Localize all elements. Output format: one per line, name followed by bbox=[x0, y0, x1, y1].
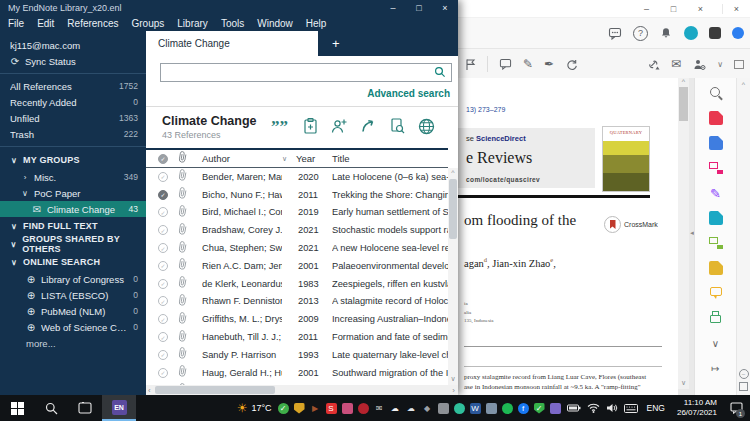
edit-pdf-icon[interactable] bbox=[709, 161, 723, 175]
export-arrow-icon[interactable] bbox=[358, 116, 378, 136]
online-search-item[interactable]: ⊕ LISTA (EBSCO) 0 bbox=[0, 287, 146, 303]
reference-row[interactable]: ✓ Hanebuth, Till J. J.; Voris, ... 2011 … bbox=[146, 328, 448, 346]
export-doc-icon[interactable] bbox=[709, 211, 723, 225]
collapse-panel-icon[interactable]: ↦ bbox=[709, 361, 723, 375]
quote-citation-icon[interactable]: ”” bbox=[271, 116, 291, 136]
menu-item[interactable]: Library bbox=[177, 18, 208, 29]
email-icon[interactable]: ✉ bbox=[671, 57, 681, 71]
acrobat-minimize-button[interactable]: – bbox=[633, 4, 660, 14]
share-link-icon[interactable] bbox=[646, 58, 660, 71]
search-icon[interactable] bbox=[434, 64, 446, 82]
read-status-icon[interactable]: ✓ bbox=[158, 296, 168, 306]
search-box[interactable] bbox=[160, 63, 452, 82]
close-button[interactable]: × bbox=[432, 0, 458, 16]
chat-app-icon[interactable] bbox=[454, 403, 465, 414]
read-status-icon[interactable]: ✓ bbox=[158, 261, 168, 271]
scroll-left-icon[interactable]: ‹ bbox=[146, 386, 153, 395]
menu-item[interactable]: Window bbox=[257, 18, 293, 29]
info-blue-icon[interactable] bbox=[732, 27, 744, 39]
menu-item[interactable]: Help bbox=[306, 18, 327, 29]
reference-row[interactable]: ✓ Bicho, Nuno F.; Haws, Jo... 2011 Trekk… bbox=[146, 186, 448, 204]
touch-keyboard-icon[interactable] bbox=[624, 404, 638, 413]
reference-row[interactable]: ✓ Bender, Maren; Mann, Th... 2020 Late H… bbox=[146, 168, 448, 186]
adobe-red-icon[interactable] bbox=[358, 403, 369, 414]
facebook-icon[interactable]: f bbox=[518, 403, 529, 414]
reference-row[interactable]: ✓ Rhawn F. Denniston; Karl... 2013 A sta… bbox=[146, 293, 448, 311]
reference-row[interactable]: ✓ Griffiths, M. L.; Drysdale, ... 2009 I… bbox=[146, 310, 448, 328]
background-window-close-button[interactable]: × bbox=[722, 4, 750, 14]
pdf-scrollbar-thumb[interactable] bbox=[679, 87, 688, 121]
sidebar-group-item[interactable]: ∨ PoC Paper bbox=[0, 185, 146, 201]
globe-icon[interactable] bbox=[416, 116, 436, 136]
sidebar-group-item[interactable]: › Misc. 349 bbox=[0, 169, 146, 185]
security-shield-icon[interactable]: ✓ bbox=[534, 403, 545, 414]
wifi-icon[interactable] bbox=[587, 403, 600, 413]
scroll-down-icon[interactable]: ∨ bbox=[681, 379, 686, 387]
language-indicator[interactable]: ENG bbox=[644, 403, 668, 413]
start-button[interactable] bbox=[0, 395, 34, 421]
notifications-bell-icon[interactable] bbox=[659, 26, 673, 40]
pdf-scrollbar[interactable]: ^ ∨ bbox=[678, 78, 689, 389]
spotify-icon[interactable] bbox=[502, 403, 513, 414]
menu-item[interactable]: File bbox=[8, 18, 24, 29]
menu-item[interactable]: Tools bbox=[221, 18, 244, 29]
bookmark-flag-icon[interactable] bbox=[464, 58, 476, 71]
clock[interactable]: 11:10 AM 26/07/2021 bbox=[674, 398, 720, 417]
creative-app-icon[interactable] bbox=[342, 403, 353, 414]
sidebar-library-item[interactable]: Recently Added 0 bbox=[0, 94, 146, 110]
list-vertical-scrollbar[interactable]: ^ ∨ bbox=[448, 168, 458, 385]
search-tools-icon[interactable] bbox=[709, 86, 723, 100]
more-tools-chevron-icon[interactable]: ∨ bbox=[709, 336, 723, 350]
reference-row[interactable]: ✓ Chua, Stephen; Switzer, ... 2021 A new… bbox=[146, 239, 448, 257]
comment-tool-icon[interactable] bbox=[709, 286, 723, 300]
acrobat-close-button[interactable]: × bbox=[687, 4, 714, 14]
online-search-header[interactable]: ∨ ONLINE SEARCH bbox=[0, 253, 146, 271]
taskbar-search-icon[interactable] bbox=[34, 395, 68, 421]
online-search-item[interactable]: ⊕ Web of Science Core Coll... 0 bbox=[0, 319, 146, 335]
list-scroll-down-icon[interactable]: ∨ bbox=[450, 375, 455, 383]
acrobat-maximize-button[interactable]: □ bbox=[660, 4, 687, 14]
online-search-item[interactable]: ⊕ Library of Congress 0 bbox=[0, 271, 146, 287]
read-status-icon[interactable]: ✓ bbox=[158, 350, 168, 360]
organize-pages-icon[interactable] bbox=[709, 261, 723, 275]
rust-arrow-icon[interactable]: ▶ bbox=[310, 403, 321, 414]
my-groups-header[interactable]: ∨ MY GROUPS bbox=[0, 151, 146, 169]
list-scroll-up-icon[interactable]: ^ bbox=[451, 169, 454, 176]
battery-icon[interactable] bbox=[567, 404, 581, 412]
attachment-column-icon[interactable] bbox=[178, 151, 202, 166]
purple-window-icon[interactable] bbox=[550, 403, 561, 414]
read-status-column-icon[interactable]: ✓ bbox=[158, 154, 168, 164]
fit-page-icon[interactable] bbox=[739, 382, 748, 391]
app-dark-icon[interactable] bbox=[709, 27, 721, 39]
share-person-icon[interactable] bbox=[329, 116, 349, 136]
clipboard-add-icon[interactable] bbox=[300, 116, 320, 136]
find-full-text-header[interactable]: ∨ FIND FULL TEXT bbox=[0, 217, 146, 235]
annotate-pencil-icon[interactable]: ✎ bbox=[523, 57, 533, 71]
read-status-icon[interactable]: ✓ bbox=[158, 172, 168, 182]
window-layout-icon[interactable] bbox=[734, 60, 744, 69]
comments-icon[interactable] bbox=[608, 27, 622, 40]
reference-row[interactable]: ✓ Bird, Michael I.; Condie, ... 2019 Ear… bbox=[146, 204, 448, 222]
gold-shield-icon[interactable] bbox=[294, 403, 305, 414]
gray-app-icon[interactable] bbox=[438, 403, 449, 414]
tab-climate-change[interactable]: Climate Change bbox=[146, 31, 318, 56]
advanced-search-link[interactable]: Advanced search bbox=[146, 82, 458, 107]
sophos-icon[interactable]: S bbox=[326, 403, 337, 414]
reference-row[interactable]: ✓ de Klerk, Leonardus Geer... 1983 Zeesp… bbox=[146, 275, 448, 293]
reference-row[interactable]: ✓ Rien A.C. Dam; Jennie Fl... 2001 Palae… bbox=[146, 257, 448, 275]
more-link[interactable]: more... bbox=[0, 335, 146, 351]
read-status-icon[interactable]: ✓ bbox=[158, 243, 168, 253]
rail-scroll-up-icon[interactable]: ^ bbox=[742, 81, 745, 88]
fill-sign-icon[interactable] bbox=[709, 186, 723, 200]
export-pdf-icon[interactable] bbox=[709, 111, 723, 125]
word-icon[interactable]: W bbox=[470, 403, 481, 414]
comment-icon[interactable] bbox=[499, 58, 512, 70]
scroll-up-icon[interactable]: ^ bbox=[682, 78, 685, 85]
reference-row[interactable]: ✓ Wang Hong; Eddy Kepp... 1995 Oxygen an… bbox=[146, 382, 448, 385]
read-status-icon[interactable]: ✓ bbox=[158, 332, 168, 342]
read-status-icon[interactable]: ✓ bbox=[158, 207, 168, 217]
rail-scrollbar[interactable]: ^ – bbox=[736, 78, 750, 395]
reference-row[interactable]: ✓ Sandy P. Harrison 1993 Late quaternary… bbox=[146, 346, 448, 364]
read-status-icon[interactable]: ✓ bbox=[158, 314, 168, 324]
read-status-icon[interactable]: ✓ bbox=[158, 225, 168, 235]
